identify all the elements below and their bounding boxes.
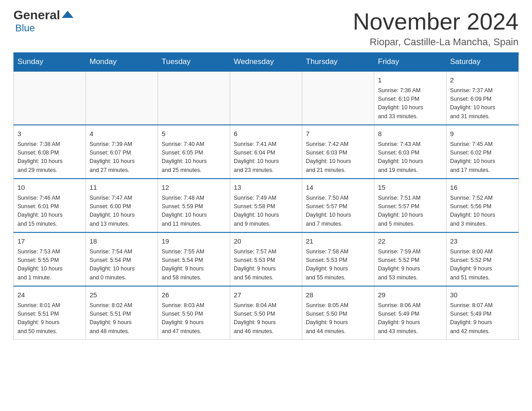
calendar-week-row: 10Sunrise: 7:46 AMSunset: 6:01 PMDayligh… [14, 179, 519, 232]
logo-general-text: General [13, 9, 60, 21]
day-info: Sunrise: 8:03 AMSunset: 5:50 PMDaylight:… [162, 301, 226, 336]
day-number: 20 [234, 236, 298, 247]
calendar-cell: 22Sunrise: 7:59 AMSunset: 5:52 PMDayligh… [374, 232, 446, 286]
calendar-week-row: 1Sunrise: 7:36 AMSunset: 6:10 PMDaylight… [14, 71, 519, 125]
day-number: 25 [90, 290, 154, 300]
day-number: 6 [234, 129, 298, 139]
weekday-header-friday: Friday [374, 53, 446, 72]
calendar-cell: 12Sunrise: 7:48 AMSunset: 5:59 PMDayligh… [158, 179, 230, 232]
page-header: General Blue November 2024 Riopar, Casti… [13, 9, 519, 48]
day-number: 17 [17, 236, 82, 247]
calendar-cell: 8Sunrise: 7:43 AMSunset: 6:03 PMDaylight… [374, 125, 446, 179]
calendar-cell: 29Sunrise: 8:06 AMSunset: 5:49 PMDayligh… [374, 286, 446, 340]
weekday-header-sunday: Sunday [14, 53, 86, 72]
calendar-cell: 3Sunrise: 7:38 AMSunset: 6:08 PMDaylight… [14, 125, 86, 179]
day-number: 26 [162, 290, 226, 300]
calendar-cell: 26Sunrise: 8:03 AMSunset: 5:50 PMDayligh… [158, 286, 230, 340]
calendar-week-row: 24Sunrise: 8:01 AMSunset: 5:51 PMDayligh… [14, 286, 519, 340]
day-number: 15 [378, 183, 442, 193]
day-info: Sunrise: 7:57 AMSunset: 5:53 PMDaylight:… [234, 248, 298, 283]
day-number: 11 [90, 183, 154, 193]
day-info: Sunrise: 7:46 AMSunset: 6:01 PMDaylight:… [17, 194, 82, 229]
day-number: 22 [378, 236, 442, 247]
day-info: Sunrise: 7:54 AMSunset: 5:54 PMDaylight:… [90, 248, 154, 283]
calendar-cell: 20Sunrise: 7:57 AMSunset: 5:53 PMDayligh… [230, 232, 302, 286]
calendar-cell [14, 71, 86, 125]
day-number: 9 [450, 129, 515, 139]
logo-blue-text: Blue [13, 22, 35, 34]
day-number: 2 [450, 75, 515, 86]
calendar-week-row: 17Sunrise: 7:53 AMSunset: 5:55 PMDayligh… [14, 232, 519, 286]
month-title: November 2024 [353, 9, 519, 34]
day-info: Sunrise: 7:36 AMSunset: 6:10 PMDaylight:… [378, 86, 442, 121]
day-info: Sunrise: 7:41 AMSunset: 6:04 PMDaylight:… [234, 140, 298, 175]
day-info: Sunrise: 7:47 AMSunset: 6:00 PMDaylight:… [90, 194, 154, 229]
calendar-cell [302, 71, 374, 125]
day-info: Sunrise: 7:40 AMSunset: 6:05 PMDaylight:… [162, 140, 226, 175]
day-number: 3 [17, 129, 82, 139]
day-number: 14 [306, 183, 370, 193]
day-info: Sunrise: 8:00 AMSunset: 5:52 PMDaylight:… [450, 248, 515, 283]
calendar-cell: 24Sunrise: 8:01 AMSunset: 5:51 PMDayligh… [14, 286, 86, 340]
calendar-cell: 28Sunrise: 8:05 AMSunset: 5:50 PMDayligh… [302, 286, 374, 340]
calendar-cell: 1Sunrise: 7:36 AMSunset: 6:10 PMDaylight… [374, 71, 446, 125]
calendar-cell: 19Sunrise: 7:55 AMSunset: 5:54 PMDayligh… [158, 232, 230, 286]
calendar-cell: 13Sunrise: 7:49 AMSunset: 5:58 PMDayligh… [230, 179, 302, 232]
calendar-cell: 23Sunrise: 8:00 AMSunset: 5:52 PMDayligh… [446, 232, 519, 286]
day-number: 28 [306, 290, 370, 300]
calendar-cell: 25Sunrise: 8:02 AMSunset: 5:51 PMDayligh… [86, 286, 158, 340]
weekday-header-monday: Monday [86, 53, 158, 72]
day-number: 18 [90, 236, 154, 247]
day-info: Sunrise: 7:42 AMSunset: 6:03 PMDaylight:… [306, 140, 370, 175]
day-info: Sunrise: 7:39 AMSunset: 6:07 PMDaylight:… [90, 140, 154, 175]
day-info: Sunrise: 7:49 AMSunset: 5:58 PMDaylight:… [234, 194, 298, 229]
calendar-cell [158, 71, 230, 125]
calendar-cell: 17Sunrise: 7:53 AMSunset: 5:55 PMDayligh… [14, 232, 86, 286]
day-number: 5 [162, 129, 226, 139]
day-number: 30 [450, 290, 515, 300]
day-number: 13 [234, 183, 298, 193]
day-info: Sunrise: 7:50 AMSunset: 5:57 PMDaylight:… [306, 194, 370, 229]
day-number: 10 [17, 183, 82, 193]
day-info: Sunrise: 7:45 AMSunset: 6:02 PMDaylight:… [450, 140, 515, 175]
day-number: 8 [378, 129, 442, 139]
calendar-week-row: 3Sunrise: 7:38 AMSunset: 6:08 PMDaylight… [14, 125, 519, 179]
location-text: Riopar, Castille-La Mancha, Spain [353, 36, 519, 48]
day-info: Sunrise: 7:48 AMSunset: 5:59 PMDaylight:… [162, 194, 226, 229]
svg-marker-0 [62, 11, 73, 18]
day-info: Sunrise: 8:01 AMSunset: 5:51 PMDaylight:… [17, 301, 82, 336]
calendar-cell: 5Sunrise: 7:40 AMSunset: 6:05 PMDaylight… [158, 125, 230, 179]
day-number: 19 [162, 236, 226, 247]
day-info: Sunrise: 7:43 AMSunset: 6:03 PMDaylight:… [378, 140, 442, 175]
calendar-cell: 16Sunrise: 7:52 AMSunset: 5:56 PMDayligh… [446, 179, 519, 232]
calendar-cell: 18Sunrise: 7:54 AMSunset: 5:54 PMDayligh… [86, 232, 158, 286]
day-info: Sunrise: 7:53 AMSunset: 5:55 PMDaylight:… [17, 248, 82, 283]
calendar-table: SundayMondayTuesdayWednesdayThursdayFrid… [13, 52, 519, 340]
calendar-cell [230, 71, 302, 125]
weekday-header-saturday: Saturday [446, 53, 519, 72]
day-number: 23 [450, 236, 515, 247]
day-info: Sunrise: 7:52 AMSunset: 5:56 PMDaylight:… [450, 194, 515, 229]
weekday-header-thursday: Thursday [302, 53, 374, 72]
day-info: Sunrise: 7:59 AMSunset: 5:52 PMDaylight:… [378, 248, 442, 283]
day-info: Sunrise: 7:37 AMSunset: 6:09 PMDaylight:… [450, 86, 515, 121]
calendar-cell: 15Sunrise: 7:51 AMSunset: 5:57 PMDayligh… [374, 179, 446, 232]
title-block: November 2024 Riopar, Castille-La Mancha… [353, 9, 519, 48]
calendar-cell: 7Sunrise: 7:42 AMSunset: 6:03 PMDaylight… [302, 125, 374, 179]
day-info: Sunrise: 8:06 AMSunset: 5:49 PMDaylight:… [378, 301, 442, 336]
weekday-header-wednesday: Wednesday [230, 53, 302, 72]
calendar-cell: 2Sunrise: 7:37 AMSunset: 6:09 PMDaylight… [446, 71, 519, 125]
day-info: Sunrise: 7:38 AMSunset: 6:08 PMDaylight:… [17, 140, 82, 175]
day-number: 29 [378, 290, 442, 300]
day-info: Sunrise: 7:58 AMSunset: 5:53 PMDaylight:… [306, 248, 370, 283]
day-number: 7 [306, 129, 370, 139]
calendar-cell [86, 71, 158, 125]
logo: General Blue [13, 9, 75, 34]
day-number: 27 [234, 290, 298, 300]
day-info: Sunrise: 8:04 AMSunset: 5:50 PMDaylight:… [234, 301, 298, 336]
day-number: 1 [378, 75, 442, 86]
calendar-cell: 6Sunrise: 7:41 AMSunset: 6:04 PMDaylight… [230, 125, 302, 179]
day-number: 4 [90, 129, 154, 139]
day-number: 12 [162, 183, 226, 193]
calendar-cell: 14Sunrise: 7:50 AMSunset: 5:57 PMDayligh… [302, 179, 374, 232]
